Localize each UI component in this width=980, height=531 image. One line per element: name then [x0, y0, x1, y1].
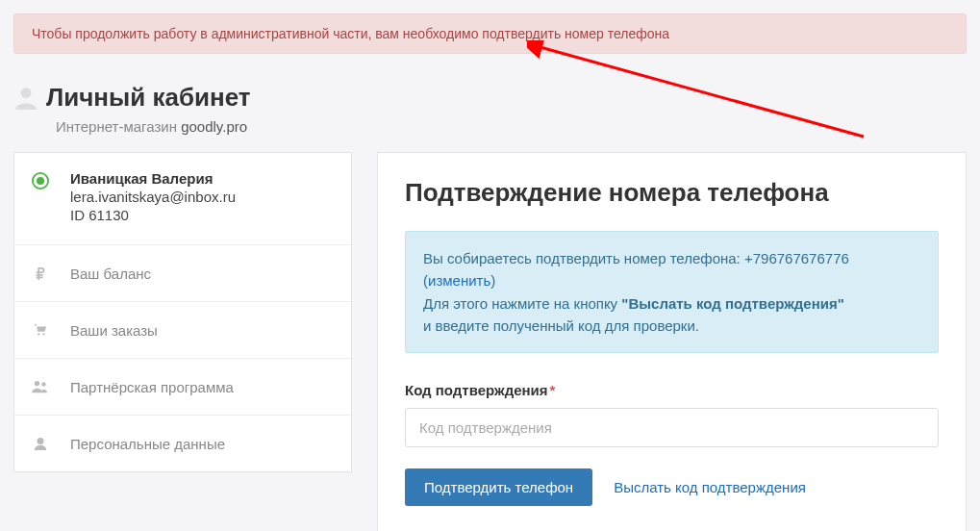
change-phone-link[interactable]: изменить	[428, 272, 490, 289]
required-asterisk: *	[550, 382, 556, 398]
page-title: Личный кабинет	[46, 83, 251, 113]
alert-confirm-phone: Чтобы продолжить работу в административн…	[13, 13, 967, 54]
sidebar-user-block: Иваницкая Валерия lera.ivanitskaya@inbox…	[14, 153, 351, 245]
code-label: Код подтверждения*	[405, 382, 939, 398]
svg-point-8	[41, 382, 45, 386]
svg-point-9	[38, 438, 44, 444]
svg-point-7	[35, 381, 39, 386]
avatar-placeholder-icon	[13, 85, 38, 110]
user-status-icon	[32, 172, 49, 190]
sidebar-item-partner[interactable]: Партнёрская программа	[14, 359, 351, 416]
svg-point-6	[42, 333, 44, 335]
sidebar-item-orders[interactable]: Ваши заказы	[14, 302, 351, 359]
user-email: lera.ivanitskaya@inbox.ru	[70, 189, 236, 205]
sidebar-item-balance[interactable]: Ваш баланс	[14, 245, 351, 302]
users-icon	[32, 378, 49, 395]
code-input[interactable]	[405, 408, 939, 447]
page-subtitle: Интернет-магазин goodly.pro	[56, 118, 251, 135]
user-id: ID 61130	[70, 207, 236, 223]
page-header: Личный кабинет Интернет-магазин goodly.p…	[0, 54, 980, 152]
shop-name: goodly.pro	[181, 118, 247, 135]
phone-number: +796767676776	[744, 250, 849, 266]
info-line1-prefix: Вы собираетесь подтвердить номер телефон…	[423, 250, 744, 266]
info-line3: и введите полученный код для проверки.	[423, 315, 920, 337]
svg-point-5	[38, 333, 39, 335]
sidebar-item-label: Ваши заказы	[70, 322, 158, 339]
alert-text: Чтобы продолжить работу в административн…	[32, 26, 669, 41]
sidebar-item-label: Партнёрская программа	[70, 379, 234, 395]
info-line2-prefix: Для этого нажмите на кнопку	[423, 295, 621, 312]
user-name: Иваницкая Валерия	[70, 170, 236, 187]
code-label-text: Код подтверждения	[405, 382, 548, 398]
main-title: Подтверждение номера телефона	[405, 178, 939, 208]
sidebar-item-personal[interactable]: Персональные данные	[14, 416, 351, 471]
info-box: Вы собираетесь подтвердить номер телефон…	[405, 231, 939, 353]
ruble-icon	[32, 265, 49, 282]
svg-point-2	[21, 88, 32, 98]
user-icon	[32, 435, 49, 452]
sidebar-item-label: Ваш баланс	[70, 266, 151, 282]
svg-point-4	[37, 177, 44, 185]
cart-icon	[32, 321, 49, 339]
subtitle-prefix: Интернет-магазин	[56, 118, 181, 135]
confirm-phone-button[interactable]: Подтвердить телефон	[405, 468, 592, 506]
main-panel: Подтверждение номера телефона Вы собирае…	[377, 152, 967, 531]
sidebar-item-label: Персональные данные	[70, 436, 225, 452]
resend-code-link[interactable]: Выслать код подтверждения	[614, 479, 806, 495]
sidebar: Иваницкая Валерия lera.ivanitskaya@inbox…	[13, 152, 352, 472]
info-button-ref: "Выслать код подтверждения"	[621, 295, 844, 312]
